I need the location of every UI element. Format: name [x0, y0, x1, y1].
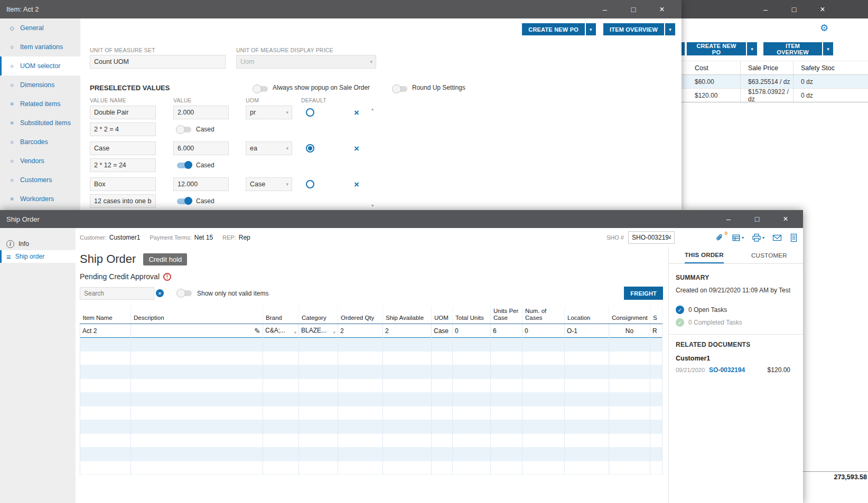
table-row[interactable]: $60.00 $63.25514 / dz 0 dz [680, 75, 868, 89]
uom-dropdown[interactable]: ea▾ [246, 141, 292, 155]
check-icon: ✓ [676, 318, 684, 327]
open-tasks[interactable]: ✓ 0 Open Tasks [676, 306, 803, 314]
create-new-po-caret-icon[interactable]: ▾ [747, 42, 757, 55]
ordered-qty-cell: 2 [338, 324, 383, 338]
create-new-po-caret-icon[interactable]: ▾ [586, 23, 596, 35]
sidebar-item-customers[interactable]: ○Customers [0, 170, 80, 189]
sidebar-item-dimensions[interactable]: ○Dimensions [0, 75, 80, 94]
description-cell: ✎ [131, 324, 263, 338]
edit-pencil-icon[interactable]: ✎ [254, 327, 260, 335]
uom-formula-row: Cased [80, 122, 682, 137]
table-row [80, 406, 662, 420]
sidebar-item-substituted-items[interactable]: =Substituted items [0, 113, 80, 132]
value-input[interactable] [173, 106, 229, 119]
scroll-up-icon[interactable]: ▴ [371, 107, 374, 111]
sidebar-item-item-variations[interactable]: ○Item variations [0, 37, 80, 56]
gear-icon[interactable]: ⚙ [820, 22, 828, 34]
sidebar-item-vendors[interactable]: ○Vendors [0, 151, 80, 170]
related-records-icon[interactable]: ▾ [732, 233, 744, 242]
completed-tasks[interactable]: ✓ 0 Completed Tasks [676, 318, 803, 327]
round-up-settings-toggle[interactable] [393, 86, 407, 92]
scroll-down-icon[interactable]: ▾ [371, 203, 374, 208]
close-button[interactable]: × [648, 0, 676, 18]
create-new-po-button[interactable]: CREATE NEW PO [522, 23, 585, 35]
item-window-controls: – □ × [591, 0, 676, 18]
cased-toggle[interactable] [177, 163, 191, 168]
background-window-controls: – □ × [751, 0, 837, 18]
document-link[interactable]: SO-0032194 [709, 366, 745, 374]
delete-row-icon[interactable]: × [354, 180, 359, 189]
formula-input[interactable] [90, 158, 156, 172]
item-overview-button[interactable]: ITEM OVERVIEW [763, 42, 822, 55]
lines-icon: = [8, 196, 15, 202]
circle-icon: ○ [8, 139, 15, 145]
sidebar-item-ship-order[interactable]: ≡ Ship order [0, 250, 76, 263]
print-icon[interactable]: ▾ [752, 233, 764, 242]
maximize-button[interactable]: □ [743, 210, 771, 228]
value-input[interactable] [173, 177, 229, 191]
sidebar-item-workorders[interactable]: =Workorders [0, 189, 80, 208]
tab-this-order[interactable]: THIS ORDER [685, 247, 724, 263]
uom-dropdown[interactable]: Case▾ [246, 177, 292, 191]
maximize-button[interactable]: □ [780, 0, 808, 18]
default-radio[interactable] [306, 144, 314, 153]
tab-customer[interactable]: CUSTOMER [751, 247, 787, 263]
cased-toggle[interactable] [177, 127, 191, 132]
uom-set-input[interactable] [90, 55, 226, 69]
value-name-input[interactable] [90, 106, 156, 119]
delete-row-icon[interactable]: × [354, 144, 359, 153]
window-title: Ship Order [6, 215, 40, 223]
delete-row-icon[interactable]: × [354, 108, 359, 117]
chevron-down-icon: ▾ [286, 146, 288, 151]
freight-button[interactable]: FREIGHT [624, 287, 663, 300]
value-input[interactable] [173, 141, 229, 155]
always-show-popup-toggle[interactable] [254, 86, 268, 92]
email-icon[interactable] [772, 234, 782, 242]
circle-icon: ○ [8, 44, 15, 50]
item-overview-button[interactable]: ITEM OVERVIEW [603, 23, 664, 35]
col-cost: Cost [680, 61, 741, 74]
formula-input[interactable] [90, 194, 156, 208]
brand-cell: C&A;...▾ [263, 324, 299, 338]
show-not-valid-toggle[interactable] [178, 290, 192, 296]
value-name-input[interactable] [90, 141, 156, 155]
cased-toggle[interactable] [177, 198, 191, 204]
item-name-cell: Act 2 [80, 324, 131, 338]
uom-dropdown[interactable]: pr▾ [246, 106, 292, 119]
uom-display-price-dropdown[interactable]: Uom ▾ [236, 55, 376, 69]
sidebar-item-uom-selector[interactable]: ○UOM selector [0, 56, 80, 75]
search-input[interactable] [80, 287, 154, 300]
cased-label: Cased [196, 197, 214, 205]
close-button[interactable]: × [771, 210, 800, 228]
sidebar-item-general[interactable]: ◇General [0, 18, 80, 37]
minimize-button[interactable]: – [751, 0, 780, 18]
close-button[interactable]: × [808, 0, 837, 18]
formula-input[interactable] [90, 122, 156, 136]
sidebar-item-info[interactable]: i Info [0, 238, 76, 250]
item-window-titlebar: Item: Act 2 – □ × [0, 0, 682, 18]
sidebar-item-barcodes[interactable]: ○Barcodes [0, 132, 80, 151]
item-overview-caret-icon[interactable]: ▾ [665, 23, 675, 35]
minimize-button[interactable]: – [591, 0, 619, 18]
rep-value: Rep [239, 234, 250, 241]
order-side-panel: THIS ORDER CUSTOMER SUMMARY Created on 0… [668, 247, 803, 503]
value-name-input[interactable] [90, 177, 156, 191]
table-row[interactable]: $120.00 $1578.03922 / dz 0 dz [680, 89, 868, 102]
sho-number-input[interactable] [628, 231, 675, 244]
s-cell: R [650, 324, 662, 338]
default-radio[interactable] [306, 180, 314, 188]
attachments-icon[interactable]: 0 [715, 233, 724, 242]
minimize-button[interactable]: – [714, 210, 743, 228]
item-window: Item: Act 2 – □ × ◇General ○Item variati… [0, 0, 682, 211]
payment-terms-label: Payment Terms: [150, 234, 191, 241]
item-overview-caret-icon[interactable]: ▾ [823, 42, 833, 55]
clear-search-icon[interactable]: × [156, 289, 164, 297]
report-icon[interactable] [790, 233, 798, 242]
maximize-button[interactable]: □ [619, 0, 648, 18]
create-new-po-button[interactable]: CREATE NEW PO [687, 42, 746, 55]
table-row[interactable]: Act 2 ✎ C&A;...▾ BLAZE...▾ 2 2 Case 0 6 [80, 324, 662, 338]
col-value: VALUE [173, 97, 192, 103]
cased-label: Cased [196, 162, 214, 169]
default-radio[interactable] [306, 108, 314, 117]
sidebar-item-related-items[interactable]: =Related items [0, 94, 80, 113]
